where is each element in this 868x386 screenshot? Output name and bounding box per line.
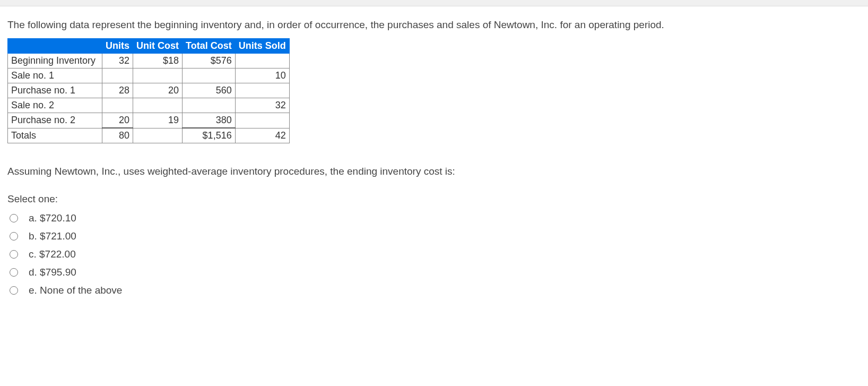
intro-text: The following data represent the beginni… [7,19,861,31]
row-unit-cost [133,128,183,143]
row-label: Beginning Inventory [8,54,102,68]
option-b[interactable]: b. $721.00 [7,230,861,242]
table-row: Beginning Inventory 32 $18 $576 [8,54,290,68]
row-unit-cost: $18 [133,54,183,68]
row-units-sold: 42 [235,128,289,143]
row-units: 20 [102,113,133,128]
option-d[interactable]: d. $795.90 [7,267,861,278]
row-units: 32 [102,54,133,68]
table-row: Sale no. 1 10 [8,68,290,83]
row-unit-cost: 19 [133,113,183,128]
header-units: Units [102,39,133,54]
row-units-sold [235,54,289,68]
row-label: Totals [8,128,102,143]
row-units: 80 [102,128,133,143]
option-c[interactable]: c. $722.00 [7,248,861,260]
row-units-sold: 10 [235,68,289,83]
radio-e[interactable] [10,286,18,295]
row-label: Sale no. 1 [8,68,102,83]
header-total-cost: Total Cost [183,39,236,54]
option-label[interactable]: d. $795.90 [29,267,76,278]
header-units-sold: Units Sold [235,39,289,54]
row-total-cost: $576 [183,54,236,68]
row-unit-cost [133,68,183,83]
option-a[interactable]: a. $720.10 [7,212,861,224]
table-row: Purchase no. 2 20 19 380 [8,113,290,128]
row-total-cost [183,98,236,113]
row-units: 28 [102,83,133,98]
header-empty [8,39,102,54]
row-total-cost: 380 [183,113,236,128]
radio-b[interactable] [10,232,18,241]
top-bar [0,0,868,6]
table-row: Sale no. 2 32 [8,98,290,113]
row-label: Purchase no. 2 [8,113,102,128]
radio-a[interactable] [10,214,18,222]
row-label: Purchase no. 1 [8,83,102,98]
row-total-cost: 560 [183,83,236,98]
row-units-sold [235,83,289,98]
row-units-sold [235,113,289,128]
table-row: Purchase no. 1 28 20 560 [8,83,290,98]
row-units [102,98,133,113]
option-label[interactable]: a. $720.10 [29,212,76,224]
radio-d[interactable] [10,268,18,277]
row-total-cost [183,68,236,83]
inventory-table: Units Unit Cost Total Cost Units Sold Be… [7,38,290,143]
header-unit-cost: Unit Cost [133,39,183,54]
options-group: a. $720.10 b. $721.00 c. $722.00 d. $795… [7,212,861,296]
row-label: Sale no. 2 [8,98,102,113]
select-one-label: Select one: [7,193,861,205]
table-row-totals: Totals 80 $1,516 42 [8,128,290,143]
row-units [102,68,133,83]
radio-c[interactable] [10,250,18,259]
option-label[interactable]: e. None of the above [29,285,122,296]
row-unit-cost [133,98,183,113]
option-label[interactable]: b. $721.00 [29,230,76,242]
option-e[interactable]: e. None of the above [7,285,861,296]
option-label[interactable]: c. $722.00 [29,248,76,260]
question-text: Assuming Newtown, Inc., uses weighted-av… [7,166,861,177]
row-units-sold: 32 [235,98,289,113]
row-total-cost: $1,516 [183,128,236,143]
question-content: The following data represent the beginni… [0,6,868,304]
row-unit-cost: 20 [133,83,183,98]
